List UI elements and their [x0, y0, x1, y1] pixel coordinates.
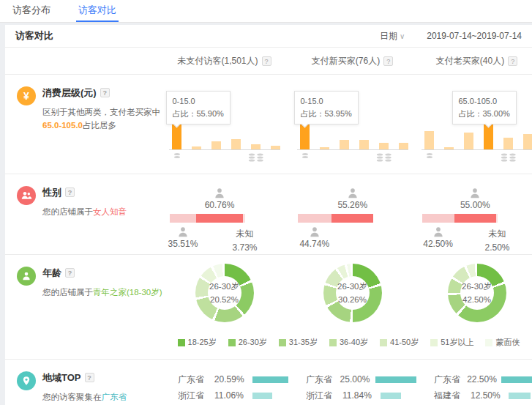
gender-bar: [170, 214, 246, 223]
consume-chart-old-buyers: 65.0-105.0占比：35.00%: [416, 75, 532, 174]
region-bar: [509, 393, 531, 399]
help-icon[interactable]: ?: [508, 56, 517, 66]
legend-item: 41-50岁: [380, 337, 419, 348]
high-spend-coins-icon: [501, 152, 517, 165]
tooltip-value: 占比：35.00%: [459, 108, 510, 120]
help-icon[interactable]: ?: [100, 88, 110, 97]
tab-visitor-comparison[interactable]: 访客对比: [76, 0, 119, 22]
region-percent: 12.50%: [471, 390, 509, 401]
help-icon[interactable]: ?: [262, 56, 271, 66]
donut-center-label: 26-30岁20.52%: [208, 276, 241, 310]
legend-label: 蒙面侠: [495, 337, 520, 348]
region-row: 广东省20.59%: [178, 371, 288, 387]
tab-visitor-distribution[interactable]: 访客分布: [10, 0, 53, 22]
region-percent: 11.06%: [214, 390, 252, 401]
bar: [359, 140, 369, 149]
legend-swatch: [329, 339, 337, 346]
low-spend-coin-icon: [301, 152, 309, 162]
legend-item: 36-40岁: [329, 337, 368, 348]
donut-top-age-group: 26-30岁: [337, 280, 367, 293]
date-controls: 日期 ∨ 2019-07-14~2019-07-14: [380, 30, 522, 42]
high-spend-coins-icon: [248, 152, 264, 165]
unknown-segment: [496, 214, 498, 223]
female-icon: [469, 187, 481, 201]
region-name: 广东省: [178, 374, 214, 386]
region-bar: [375, 376, 416, 383]
legend-label: 26-30岁: [239, 337, 267, 348]
help-icon[interactable]: ?: [85, 373, 94, 382]
region-name: 广东省: [306, 374, 340, 386]
unknown-percent: 2.50%: [485, 241, 510, 255]
section-gender: 性别? 您的店铺属于女人知音 60.76%35.51%未知3.73% 55.26…: [5, 174, 532, 255]
gender-chart: 55.00%42.50%未知2.50%: [422, 186, 532, 252]
column-header-label: 未支付访客(1,501人): [177, 55, 258, 67]
region-name: 浙江省: [178, 390, 214, 402]
female-percent: 60.76%: [205, 200, 235, 210]
gender-people-icon: [17, 186, 36, 205]
region-list-old-buyers: 广东省22.50%福建省12.50%: [416, 360, 532, 405]
legend-label: 31-35岁: [289, 337, 318, 348]
section-age: 年龄? 您的店铺属于青年之家(18-30岁) 26-30岁20.52% 26-3…: [5, 255, 532, 360]
donut-top-age-percent: 42.50%: [462, 293, 491, 306]
legend-label: 41-50岁: [390, 337, 419, 348]
bar: [523, 134, 532, 149]
help-icon[interactable]: ?: [65, 187, 75, 197]
help-icon[interactable]: ?: [383, 56, 393, 66]
chart-tooltip: 0-15.0占比：53.95%: [294, 91, 359, 125]
male-icon: [177, 226, 189, 239]
legend-swatch: [380, 339, 387, 346]
page-title: 访客对比: [15, 29, 53, 42]
consume-chart-unpaid: 0-15.0占比：55.90%: [160, 75, 288, 174]
legend-item: 蒙面侠: [485, 337, 520, 348]
column-header-label: 支付新买家(76人): [312, 55, 380, 67]
bar: [424, 131, 434, 149]
low-spend-coin-icon: [173, 152, 181, 162]
date-filter-dropdown[interactable]: 日期 ∨: [380, 30, 405, 42]
panel-header: 访客对比 日期 ∨ 2019-07-14~2019-07-14: [5, 25, 532, 48]
chart-tooltip: 65.0-105.0占比：35.00%: [452, 91, 517, 125]
location-pin-icon: [17, 371, 36, 390]
help-icon[interactable]: ?: [65, 268, 75, 278]
bar: [503, 138, 513, 149]
female-icon: [214, 187, 225, 201]
region-bar: [501, 376, 532, 383]
legend-swatch: [228, 339, 236, 346]
column-header-old-buyers: 支付老买家(40人) ?: [416, 48, 532, 74]
region-percent: 20.59%: [214, 374, 252, 384]
consume-chart-new-buyers: 0-15.0占比：53.95%: [288, 75, 416, 174]
region-percent: 11.84%: [342, 390, 381, 401]
high-spend-coins-icon: [376, 152, 392, 165]
gender-chart: 55.26%44.74%: [298, 186, 408, 252]
unknown-label: 未知3.73%: [233, 227, 258, 255]
bar-chart: 0-15.0占比：55.90%: [166, 75, 283, 174]
region-percent: 25.00%: [340, 374, 375, 384]
region-list-new-buyers: 广东省25.00%浙江省11.84%: [288, 360, 416, 405]
male-segment: [170, 214, 197, 223]
donut-top-age-percent: 20.52%: [210, 293, 239, 306]
age-donut-chart: 26-30岁42.50%: [448, 264, 506, 322]
bar: [464, 133, 473, 149]
gender-chart-unpaid: 60.76%35.51%未知3.73%: [160, 174, 288, 254]
region-list-unpaid: 广东省20.59%浙江省11.06%: [160, 360, 288, 405]
bar: [211, 141, 221, 149]
region-percent: 22.50%: [467, 374, 501, 384]
date-range-value[interactable]: 2019-07-14~2019-07-14: [427, 31, 522, 41]
chart-tooltip: 0-15.0占比：55.90%: [166, 91, 231, 125]
bar: [231, 139, 241, 149]
tooltip-range: 65.0-105.0: [459, 95, 510, 108]
age-donut-old-buyers: 26-30岁42.50%: [416, 255, 532, 331]
donut-center-label: 26-30岁42.50%: [460, 276, 494, 310]
region-bar: [252, 393, 272, 399]
tooltip-value: 占比：55.90%: [173, 108, 224, 120]
female-segment: [331, 214, 373, 223]
section-title: 地域TOP?: [42, 371, 165, 384]
female-icon: [347, 187, 359, 201]
section-title: 年龄?: [42, 267, 165, 280]
age-donut-unpaid: 26-30岁20.52%: [160, 255, 288, 331]
section-region-top: 地域TOP? 您的访客聚集在广东省 广东省20.59%浙江省11.06% 广东省…: [5, 360, 532, 405]
person-icon: [17, 267, 36, 286]
bar: [251, 144, 261, 149]
female-segment: [196, 214, 242, 223]
section-title: 性别?: [42, 186, 165, 199]
legend-swatch: [178, 339, 185, 346]
